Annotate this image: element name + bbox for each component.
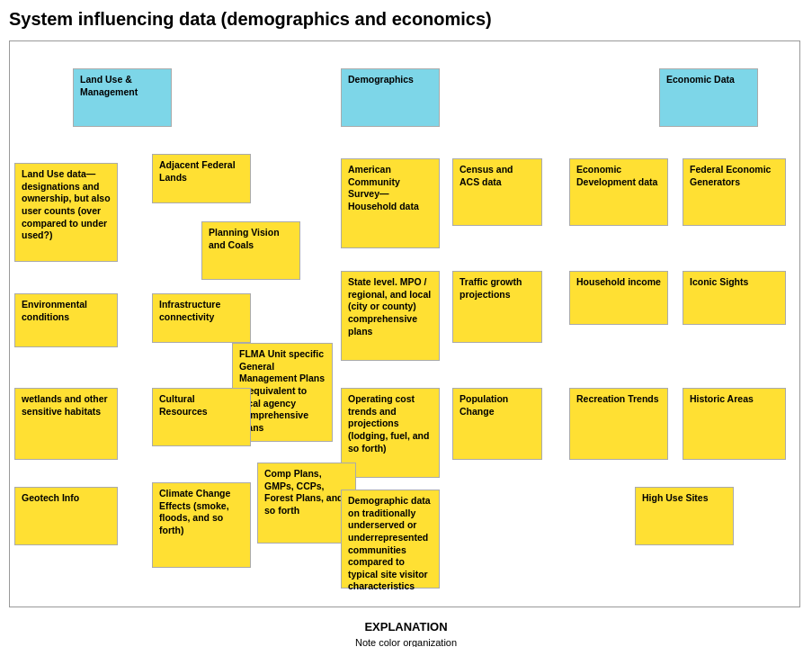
note-n6: American Community Survey—Household data: [341, 158, 440, 248]
note-n19: Cultural Resources: [152, 388, 251, 446]
page-title: System influencing data (demographics an…: [9, 9, 803, 30]
note-n16: Iconic Sights: [683, 271, 786, 325]
note-n14: Traffic growth projections: [452, 271, 542, 343]
note-n2: Demographics: [341, 68, 440, 127]
note-n4: Land Use data—designations and ownership…: [14, 163, 118, 262]
legend: EXPLANATION Note color organization Topi…: [9, 620, 803, 647]
note-n1: Land Use & Management: [73, 68, 172, 127]
note-n12: Infrastructure connectivity: [152, 293, 251, 343]
note-n21: Population Change: [452, 388, 542, 460]
note-n5: Adjacent Federal Lands: [152, 154, 251, 203]
note-n15: Household income: [569, 271, 668, 325]
note-n25: Climate Change Effects (smoke, floods, a…: [152, 482, 251, 568]
note-n22: Recreation Trends: [569, 388, 668, 460]
diagram-container: Land Use & ManagementDemographicsEconomi…: [9, 40, 800, 607]
note-n7: Census and ACS data: [452, 158, 542, 226]
note-n23: Historic Areas: [683, 388, 786, 460]
legend-subtitle: Note color organization: [9, 637, 803, 647]
note-n8: Economic Development data: [569, 158, 668, 226]
note-n3: Economic Data: [659, 68, 758, 127]
note-n11: Environmental conditions: [14, 293, 118, 347]
legend-title: EXPLANATION: [9, 620, 803, 634]
note-n18: wetlands and other sensitive habitats: [14, 388, 118, 460]
note-n9: Federal Economic Generators: [683, 158, 786, 226]
note-n24: Geotech Info: [14, 487, 118, 545]
note-n28: High Use Sites: [635, 487, 734, 545]
note-n13: State level. MPO / regional, and local (…: [341, 271, 440, 361]
note-n10: Planning Vision and Coals: [201, 221, 300, 280]
note-n27: Demographic data on traditionally unders…: [341, 490, 440, 589]
